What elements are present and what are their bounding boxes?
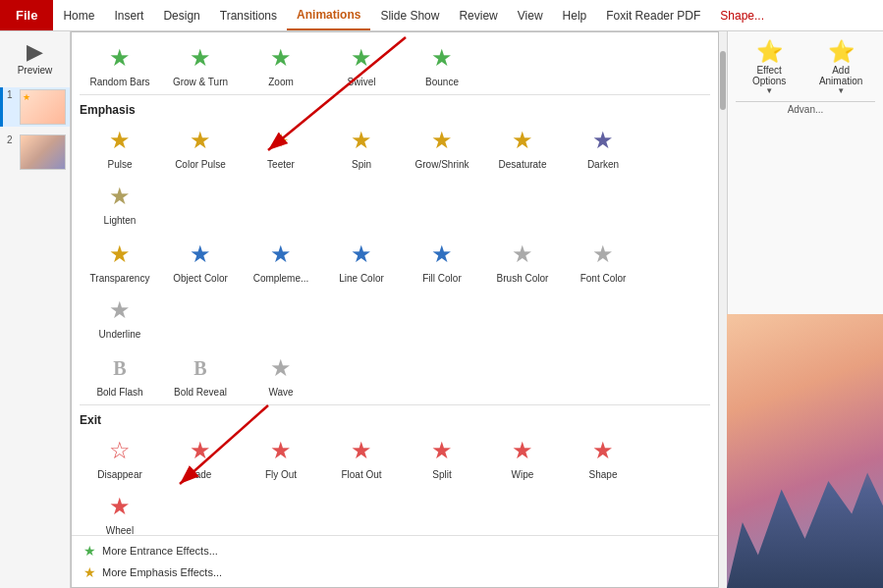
bold-flash-label: Bold Flash xyxy=(96,387,142,399)
effect-options-button[interactable]: ⭐ Effect Options ▼ xyxy=(736,35,802,99)
wipe-label: Wipe xyxy=(512,469,534,481)
anim-bold-flash[interactable]: B Bold Flash xyxy=(80,347,160,402)
animation-badge-1: ★ xyxy=(23,92,32,102)
anim-swivel-entrance[interactable]: ★ Swivel xyxy=(321,36,402,92)
menu-insert[interactable]: Insert xyxy=(104,0,153,30)
add-animation-button[interactable]: ⭐ Add Animation ▼ xyxy=(806,35,875,99)
brush-color-icon: ★ xyxy=(505,237,540,272)
anim-fill-color[interactable]: ★ Fill Color xyxy=(402,233,482,289)
anim-wipe[interactable]: ★ Wipe xyxy=(482,429,563,485)
disappear-icon: ☆ xyxy=(102,433,138,468)
exit-row-1: ☆ Disappear ★ Fade ★ Fly Out ★ Float Out xyxy=(80,429,710,535)
menu-help[interactable]: Help xyxy=(553,0,597,30)
split-label: Split xyxy=(432,469,451,481)
anim-font-color[interactable]: ★ Font Color xyxy=(563,233,643,289)
fly-out-label: Fly Out xyxy=(265,469,297,481)
anim-lighten[interactable]: ★ Lighten xyxy=(80,175,160,231)
advanced-label: Advan... xyxy=(736,104,875,115)
emphasis-header: Emphasis xyxy=(80,97,710,119)
menu-design[interactable]: Design xyxy=(153,0,209,30)
slide-thumb-2[interactable]: 2 xyxy=(0,133,70,172)
bold-flash-icon: B xyxy=(102,350,138,386)
random-bars-icon: ★ xyxy=(102,40,138,76)
anim-disappear[interactable]: ☆ Disappear xyxy=(80,429,160,485)
anim-split[interactable]: ★ Split xyxy=(402,429,482,485)
menu-foxit[interactable]: Foxit Reader PDF xyxy=(596,0,710,30)
slide-thumb-1[interactable]: 1 ★ xyxy=(0,87,70,127)
emphasis-row-1: ★ Pulse ★ Color Pulse ✦ Teeter ★ Spin xyxy=(80,119,710,231)
anim-shape-exit[interactable]: ★ Shape xyxy=(563,429,643,485)
right-ribbon: ⭐ Effect Options ▼ ⭐ Add Animation ▼ Adv… xyxy=(727,31,883,314)
anim-float-out[interactable]: ★ Float Out xyxy=(321,429,402,485)
anim-pulse[interactable]: ★ Pulse xyxy=(80,119,160,175)
anim-fly-out[interactable]: ★ Fly Out xyxy=(241,429,321,485)
desaturate-label: Desaturate xyxy=(499,159,547,171)
preview-button[interactable]: ▶ Preview xyxy=(6,35,65,80)
anim-zoom-entrance[interactable]: ★ Zoom xyxy=(241,36,321,92)
zoom-entrance-icon: ★ xyxy=(263,40,299,76)
anim-bold-reveal[interactable]: B Bold Reveal xyxy=(160,347,241,402)
anim-transparency[interactable]: ★ Transparency xyxy=(80,233,160,289)
anim-object-color[interactable]: ★ Object Color xyxy=(160,233,241,289)
zoom-entrance-label: Zoom xyxy=(268,77,294,88)
line-color-label: Line Color xyxy=(339,273,384,285)
font-color-label: Font Color xyxy=(580,273,627,285)
menu-shape[interactable]: Shape... xyxy=(710,0,774,30)
divider-exit xyxy=(80,404,710,405)
anim-desaturate[interactable]: ★ Desaturate xyxy=(482,119,563,175)
menu-review[interactable]: Review xyxy=(449,0,507,30)
scroll-thumb[interactable] xyxy=(720,51,726,110)
anim-grow-turn[interactable]: ★ Grow & Turn xyxy=(160,36,241,92)
menu-view[interactable]: View xyxy=(508,0,553,30)
anim-wheel-exit[interactable]: ★ Wheel xyxy=(80,485,160,535)
split-icon: ★ xyxy=(424,433,460,468)
spin-icon: ★ xyxy=(344,123,379,158)
anim-grow-shrink[interactable]: ★ Grow/Shrink xyxy=(402,119,482,175)
anim-wave[interactable]: ★ Wave xyxy=(241,347,321,402)
slide-image-1: ★ xyxy=(20,89,66,125)
more-emphasis-icon: ★ xyxy=(83,564,96,580)
effect-options-icon: ⭐ xyxy=(756,39,783,65)
anim-line-color[interactable]: ★ Line Color xyxy=(321,233,402,289)
anim-spin[interactable]: ★ Spin xyxy=(321,119,402,175)
lighten-icon: ★ xyxy=(102,179,138,214)
fly-out-icon: ★ xyxy=(263,433,299,468)
file-menu[interactable]: File xyxy=(0,0,53,30)
desaturate-icon: ★ xyxy=(505,123,540,158)
color-pulse-icon: ★ xyxy=(183,123,218,158)
scrollbar[interactable] xyxy=(719,31,727,588)
anim-color-pulse[interactable]: ★ Color Pulse xyxy=(160,119,241,175)
more-entrance-link[interactable]: ★ More Entrance Effects... xyxy=(83,540,706,561)
grow-turn-label: Grow & Turn xyxy=(173,77,228,88)
menu-bar: File Home Insert Design Transitions Anim… xyxy=(0,0,883,31)
exit-header: Exit xyxy=(80,407,710,429)
bounce-entrance-icon: ★ xyxy=(424,40,460,76)
anim-complementary[interactable]: ★ Compleme... xyxy=(241,233,321,289)
anim-fade-exit[interactable]: ★ Fade xyxy=(160,429,241,485)
swivel-entrance-label: Swivel xyxy=(348,77,376,88)
anim-darken[interactable]: ★ Darken xyxy=(563,119,643,175)
wheel-exit-icon: ★ xyxy=(102,489,138,524)
menu-transitions[interactable]: Transitions xyxy=(210,0,287,30)
fade-exit-icon: ★ xyxy=(183,433,218,468)
left-panel: ▶ Preview 1 ★ 2 xyxy=(0,31,71,588)
slide-num-2: 2 xyxy=(7,134,17,145)
menu-slideshow[interactable]: Slide Show xyxy=(370,0,449,30)
anim-teeter[interactable]: ✦ Teeter xyxy=(241,119,321,175)
anim-bounce-entrance[interactable]: ★ Bounce xyxy=(402,36,482,92)
anim-underline[interactable]: ★ Underline xyxy=(80,289,160,345)
animation-dropdown: ★ Random Bars ★ Grow & Turn ★ Zoom ★ Swi… xyxy=(71,31,719,588)
shape-exit-icon: ★ xyxy=(585,433,621,468)
random-bars-label: Random Bars xyxy=(89,77,149,88)
add-animation-icon: ⭐ xyxy=(828,39,855,65)
more-emphasis-link[interactable]: ★ More Emphasis Effects... xyxy=(83,561,706,583)
anim-random-bars-entrance[interactable]: ★ Random Bars xyxy=(80,36,160,92)
menu-home[interactable]: Home xyxy=(53,0,104,30)
more-entrance-icon: ★ xyxy=(83,543,96,559)
teeter-icon: ✦ xyxy=(263,123,299,158)
more-emphasis-label: More Emphasis Effects... xyxy=(102,566,222,578)
main-layout: ▶ Preview 1 ★ 2 xyxy=(0,31,883,588)
anim-brush-color[interactable]: ★ Brush Color xyxy=(482,233,563,289)
menu-animations[interactable]: Animations xyxy=(287,0,370,30)
underline-label: Underline xyxy=(99,329,141,341)
